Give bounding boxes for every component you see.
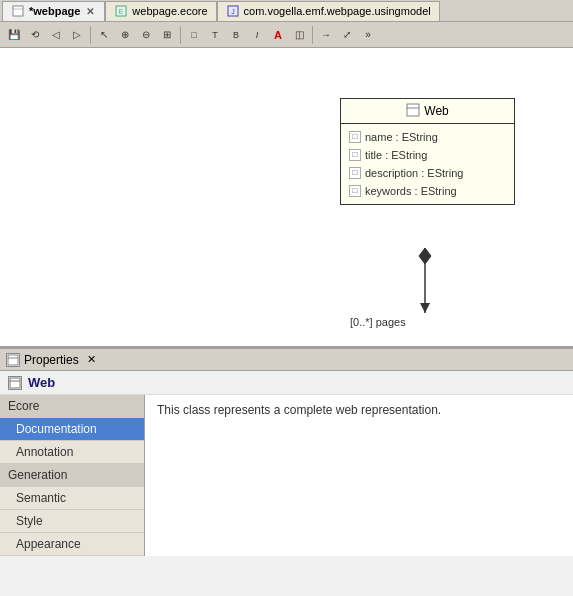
attr-text-title: title : EString xyxy=(365,146,427,164)
attr-icon-name: □ xyxy=(349,131,361,143)
toolbar-btn-fwd[interactable]: ▷ xyxy=(67,25,87,45)
uml-class-web[interactable]: Web □ name : EString □ title : EString □… xyxy=(340,98,515,205)
properties-close-btn[interactable]: ✕ xyxy=(87,353,96,366)
nav-item-documentation[interactable]: Documentation xyxy=(0,418,144,441)
svg-rect-6 xyxy=(407,104,419,116)
toolbar: 💾 ⟲ ◁ ▷ ↖ ⊕ ⊖ ⊞ □ T B I A ◫ → ⤢ » xyxy=(0,22,573,48)
attr-icon-description: □ xyxy=(349,167,361,179)
toolbar-btn-more[interactable]: » xyxy=(358,25,378,45)
toolbar-btn-back[interactable]: ◁ xyxy=(46,25,66,45)
toolbar-btn-save[interactable]: 💾 xyxy=(4,25,24,45)
svg-text:E: E xyxy=(119,8,124,15)
tab-close-webpage-active[interactable]: ✕ xyxy=(84,5,96,17)
attr-text-description: description : EString xyxy=(365,164,463,182)
svg-rect-11 xyxy=(8,355,18,365)
uml-connection xyxy=(400,248,450,348)
properties-content-text: This class represents a complete web rep… xyxy=(157,403,441,417)
uml-connection-label: [0..*] pages xyxy=(350,316,406,328)
canvas-area[interactable]: Web □ name : EString □ title : EString □… xyxy=(0,48,573,348)
uml-attr-keywords: □ keywords : EString xyxy=(349,182,506,200)
toolbar-btn-resize[interactable]: ⤢ xyxy=(337,25,357,45)
attr-icon-keywords: □ xyxy=(349,185,361,197)
toolbar-btn-select[interactable]: ↖ xyxy=(94,25,114,45)
properties-panel-title: Properties xyxy=(24,353,79,367)
attr-icon-title: □ xyxy=(349,149,361,161)
attr-text-name: name : EString xyxy=(365,128,438,146)
toolbar-btn-grid[interactable]: ⊞ xyxy=(157,25,177,45)
web-entity-label: Web xyxy=(28,375,55,390)
svg-marker-9 xyxy=(419,248,431,264)
properties-two-col: Ecore Documentation Annotation Generatio… xyxy=(0,395,573,556)
toolbar-btn-undo-all[interactable]: ⟲ xyxy=(25,25,45,45)
toolbar-btn-arrow[interactable]: → xyxy=(316,25,336,45)
uml-class-header: Web xyxy=(341,99,514,124)
uml-attr-name: □ name : EString xyxy=(349,128,506,146)
toolbar-sep-3 xyxy=(312,26,313,44)
web-entity-icon xyxy=(8,376,22,390)
properties-left-nav: Ecore Documentation Annotation Generatio… xyxy=(0,395,145,556)
toolbar-sep-2 xyxy=(180,26,181,44)
tab-bar: *webpage ✕ E webpage.ecore J com.vogella… xyxy=(0,0,573,22)
nav-item-style[interactable]: Style xyxy=(0,510,144,533)
tab-webpage-ecore[interactable]: E webpage.ecore xyxy=(105,1,216,21)
tab-usingmodel[interactable]: J com.vogella.emf.webpage.usingmodel xyxy=(217,1,440,21)
toolbar-btn-new-class[interactable]: □ xyxy=(184,25,204,45)
uml-attr-title: □ title : EString xyxy=(349,146,506,164)
nav-item-generation[interactable]: Generation xyxy=(0,464,144,487)
properties-title-area: Properties xyxy=(6,353,79,367)
toolbar-sep-1 xyxy=(90,26,91,44)
toolbar-btn-fill[interactable]: ◫ xyxy=(289,25,309,45)
nav-item-semantic[interactable]: Semantic xyxy=(0,487,144,510)
svg-text:J: J xyxy=(231,8,235,15)
toolbar-btn-zoom-in[interactable]: ⊕ xyxy=(115,25,135,45)
uml-class-name: Web xyxy=(424,104,448,118)
toolbar-btn-link[interactable]: B xyxy=(226,25,246,45)
uml-class-body: □ name : EString □ title : EString □ des… xyxy=(341,124,514,204)
svg-rect-0 xyxy=(13,6,23,16)
webpage-active-icon xyxy=(11,4,25,18)
nav-item-ecore[interactable]: Ecore xyxy=(0,395,144,418)
svg-marker-10 xyxy=(420,303,430,313)
nav-item-annotation[interactable]: Annotation xyxy=(0,441,144,464)
toolbar-btn-italic[interactable]: I xyxy=(247,25,267,45)
uml-class-icon xyxy=(406,103,420,119)
attr-text-keywords: keywords : EString xyxy=(365,182,457,200)
nav-item-appearance[interactable]: Appearance xyxy=(0,533,144,556)
properties-right-content: This class represents a complete web rep… xyxy=(145,395,573,556)
tab-webpage-active[interactable]: *webpage ✕ xyxy=(2,1,105,21)
uml-attr-description: □ description : EString xyxy=(349,164,506,182)
tab-label-usingmodel: com.vogella.emf.webpage.usingmodel xyxy=(244,5,431,17)
properties-header: Properties ✕ xyxy=(0,349,573,371)
tab-label-webpage-active: *webpage xyxy=(29,5,80,17)
svg-rect-13 xyxy=(10,378,20,388)
toolbar-btn-color-a[interactable]: A xyxy=(268,25,288,45)
usingmodel-icon: J xyxy=(226,4,240,18)
webpage-ecore-icon: E xyxy=(114,4,128,18)
properties-panel: Properties ✕ Web Ecore Documentation Ann… xyxy=(0,348,573,556)
tab-label-webpage-ecore: webpage.ecore xyxy=(132,5,207,17)
properties-panel-icon xyxy=(6,353,20,367)
web-label-row: Web xyxy=(0,371,573,395)
toolbar-btn-label[interactable]: T xyxy=(205,25,225,45)
toolbar-btn-zoom-out[interactable]: ⊖ xyxy=(136,25,156,45)
